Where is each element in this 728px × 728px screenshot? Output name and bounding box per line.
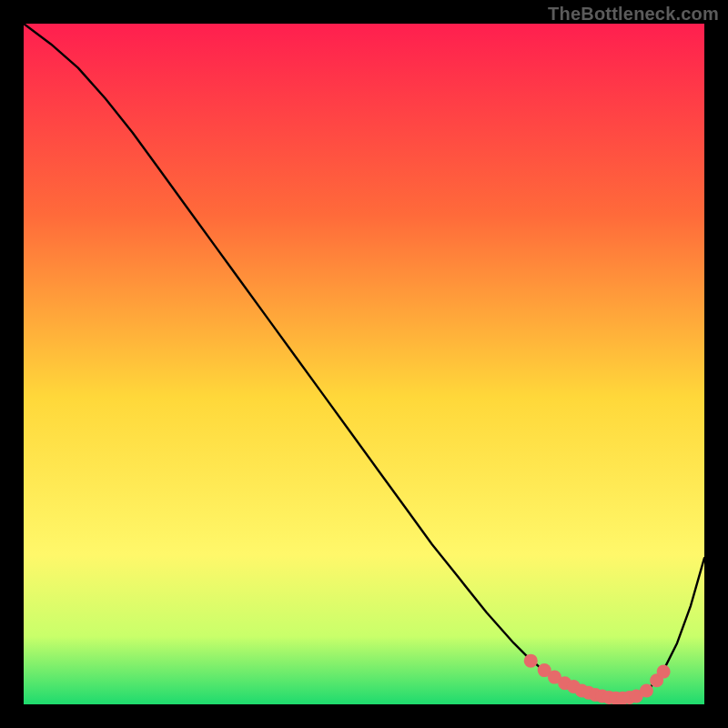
data-dot xyxy=(524,654,538,668)
plot-svg xyxy=(24,24,704,704)
plot-area xyxy=(24,24,704,704)
chart-frame: TheBottleneck.com xyxy=(0,0,728,728)
attribution-text: TheBottleneck.com xyxy=(548,4,719,25)
data-dot xyxy=(657,665,671,679)
data-dot xyxy=(640,684,653,698)
